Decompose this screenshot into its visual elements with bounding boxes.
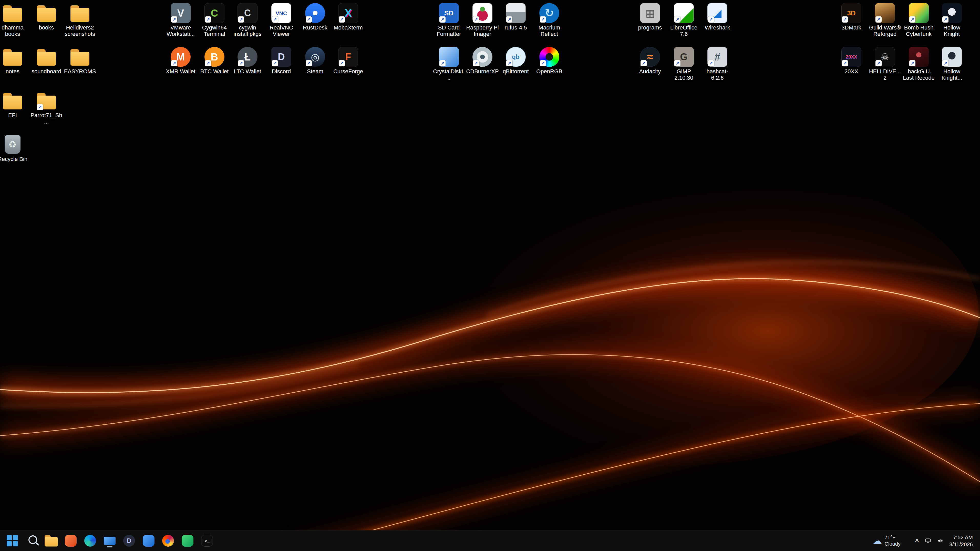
- shortcut-arrow-icon: ↗: [439, 60, 445, 66]
- desktop-icon-bomb-rush-cyberfunk[interactable]: ↗Bomb Rush Cyberfunk: [902, 3, 935, 37]
- desktop-icon-sd-card-formatter[interactable]: SD↗SD Card Formatter: [433, 3, 465, 37]
- taskbar-terminal[interactable]: >_: [199, 533, 215, 549]
- shortcut-arrow-icon: ↗: [171, 16, 177, 22]
- vmware-workstati-icon: V↗: [171, 3, 191, 23]
- taskbar-firefox[interactable]: [160, 533, 176, 549]
- tray-expand-button[interactable]: ^: [915, 538, 919, 546]
- desktop-icon-label: cygwin install pkgs: [231, 24, 264, 37]
- desktop-icon-label: Hollow Knight...: [935, 68, 968, 81]
- desktop-icon-cygwin-install-pkgs[interactable]: C↗cygwin install pkgs: [231, 3, 264, 37]
- weather-condition: Cloudy: [885, 541, 900, 547]
- desktop-icon-easyroms[interactable]: EASYROMS: [64, 47, 96, 75]
- cygwin-install-pkgs-icon: C↗: [237, 3, 258, 23]
- desktop-icon-audacity[interactable]: ≈↗Audacity: [633, 47, 667, 75]
- taskbar-app-green[interactable]: [179, 533, 196, 549]
- shortcut-arrow-icon: ↗: [942, 60, 948, 66]
- desktop-icon-cdburnerxp[interactable]: ↗CDBurnerXP: [466, 47, 499, 75]
- desktop-icon-label: Bomb Rush Cyberfunk: [902, 24, 935, 37]
- shortcut-arrow-icon: ↗: [875, 16, 881, 22]
- cygwin64-terminal-icon: C↗: [204, 3, 224, 23]
- desktop-icon-label: soundboard: [32, 68, 61, 75]
- desktop-icon-label: Audacity: [639, 68, 661, 75]
- desktop[interactable]: dhamma booksbooksHelldivers2 screenshots…: [0, 0, 980, 551]
- desktop-icon-libreoffice-7-6[interactable]: ↗LibreOffice 7.6: [667, 3, 700, 37]
- desktop-icon-cygwin64-terminal[interactable]: C↗Cygwin64 Terminal: [198, 3, 231, 37]
- desktop-icon-dhamma-books[interactable]: dhamma books: [0, 3, 29, 37]
- taskbar-app-orange[interactable]: [62, 533, 79, 549]
- shortcut-arrow-icon: ↗: [473, 60, 479, 66]
- desktop-icon-vmware-workstati[interactable]: V↗VMware Workstati...: [164, 3, 197, 37]
- desktop-icon-notes[interactable]: notes: [0, 47, 29, 75]
- desktop-icon-curseforge[interactable]: F↗CurseForge: [332, 47, 364, 75]
- xmr-wallet-icon: M↗: [171, 47, 191, 67]
- taskbar-app-blue[interactable]: [140, 533, 157, 549]
- taskbar-edge-browser[interactable]: [82, 533, 99, 549]
- desktop-icon-hollow-knight[interactable]: ↗Hollow Knight...: [935, 47, 968, 81]
- sd-card-formatter-icon: SD↗: [439, 3, 459, 23]
- volume-tray-button[interactable]: [937, 537, 943, 544]
- desktop-icon-mobaxterm[interactable]: X↗MobaXterm: [332, 3, 364, 31]
- desktop-icon-3dmark[interactable]: 3D↗3DMark: [835, 3, 868, 31]
- discord-icon: D↗: [271, 47, 291, 67]
- desktop-icon-efi[interactable]: EFI: [0, 91, 29, 118]
- desktop-icon-raspberry-pi-imager[interactable]: ↗Raspberry Pi Imager: [466, 3, 499, 37]
- desktop-icon-gimp-2-10-30[interactable]: G↗GIMP 2.10.30: [667, 47, 700, 81]
- shortcut-arrow-icon: ↗: [305, 16, 312, 22]
- taskbar-search[interactable]: [24, 533, 40, 549]
- bomb-rush-cyberfunk-icon: ↗: [909, 3, 929, 23]
- hashcat-6-2-6-icon: #↗: [707, 47, 727, 67]
- shortcut-arrow-icon: ↗: [909, 16, 915, 22]
- shortcut-arrow-icon: ↗: [506, 16, 512, 22]
- desktop-icon-xmr-wallet[interactable]: M↗XMR Wallet: [164, 47, 197, 75]
- desktop-icon-helldivers2-screenshots[interactable]: Helldivers2 screenshots: [64, 3, 96, 37]
- shortcut-arrow-icon: ↗: [272, 16, 278, 22]
- taskbar-discord[interactable]: D: [121, 533, 137, 549]
- desktop-icon-label: Discord: [272, 68, 291, 75]
- shortcut-arrow-icon: ↗: [942, 16, 948, 22]
- desktop-icon-label: LibreOffice 7.6: [667, 24, 700, 37]
- weather-widget[interactable]: ☁ 71°F Cloudy: [873, 534, 900, 547]
- clock-date: 3/11/2026: [949, 541, 973, 548]
- desktop-icon-ltc-wallet[interactable]: Ł↗LTC Wallet: [231, 47, 264, 75]
- shortcut-arrow-icon: ↗: [540, 16, 546, 22]
- taskbar-remote-display[interactable]: [102, 533, 118, 549]
- desktop-icon-helldive-2[interactable]: ☠↗HELLDIVE... 2: [869, 47, 901, 81]
- curseforge-icon: F↗: [338, 47, 358, 67]
- clock-time: 7:52 AM: [953, 534, 973, 541]
- desktop-icon-realvnc-viewer[interactable]: VNC↗RealVNC Viewer: [265, 3, 298, 37]
- shortcut-arrow-icon: ↗: [675, 16, 681, 22]
- desktop-icon-soundboard[interactable]: soundboard: [30, 47, 63, 75]
- desktop-icon-wireshark[interactable]: ◢↗Wireshark: [701, 3, 734, 31]
- desktop-icon-label: notes: [6, 68, 19, 75]
- wireshark-icon: ◢↗: [707, 3, 727, 23]
- desktop-icon-hashcat-6-2-6[interactable]: #↗hashcat-6.2.6: [701, 47, 734, 81]
- desktop-icon-qbittorrent[interactable]: qb↗qBittorrent: [500, 47, 532, 75]
- desktop-icon-macrium-reflect[interactable]: ↻↗Macrium Reflect: [533, 3, 566, 37]
- ltc-wallet-icon: Ł↗: [237, 47, 258, 67]
- desktop-icon-parrot71-sh[interactable]: ↗Parrot71_Sh...: [30, 91, 63, 125]
- desktop-icon-crystaldiski[interactable]: ↗CrystalDiskI...: [433, 47, 465, 81]
- desktop-icon-20xx[interactable]: 20XX↗20XX: [835, 47, 868, 75]
- desktop-icon-recycle-bin[interactable]: ♻Recycle Bin: [0, 135, 29, 162]
- desktop-icon-btc-wallet[interactable]: B↗BTC Wallet: [198, 47, 231, 75]
- desktop-icon-rufus-4-5[interactable]: ↗rufus-4.5: [500, 3, 532, 31]
- desktop-icon-guild-wars-reforged[interactable]: ↗Guild Wars® Reforged: [869, 3, 901, 37]
- easyroms-icon: [70, 47, 90, 67]
- desktop-icon-hollow-knight[interactable]: ↗Hollow Knight: [935, 3, 968, 37]
- taskbar: D>_ ☁ 71°F Cloudy ^: [0, 530, 980, 551]
- taskbar-start[interactable]: [4, 533, 21, 549]
- desktop-icon-hackg-u-last-recode[interactable]: ↗.hackG.U. Last Recode: [902, 47, 935, 81]
- steam-icon: ◎↗: [305, 47, 325, 67]
- display-tray-button[interactable]: [925, 537, 931, 544]
- desktop-icon-steam[interactable]: ◎↗Steam: [299, 47, 331, 75]
- desktop-icon-openrgb[interactable]: ↗OpenRGB: [533, 47, 566, 75]
- edge-swirl-icon: [84, 535, 96, 547]
- desktop-icon-discord[interactable]: D↗Discord: [265, 47, 298, 75]
- desktop-icon-programs[interactable]: ▦programs: [633, 3, 667, 31]
- desktop-icon-rustdesk[interactable]: ↗RustDesk: [299, 3, 331, 31]
- crystaldiski-icon: ↗: [439, 47, 459, 67]
- desktop-icon-books[interactable]: books: [30, 3, 63, 31]
- taskbar-file-explorer[interactable]: [43, 533, 59, 549]
- clock[interactable]: 7:52 AM 3/11/2026: [949, 534, 973, 548]
- desktop-icon-label: EFI: [8, 112, 17, 118]
